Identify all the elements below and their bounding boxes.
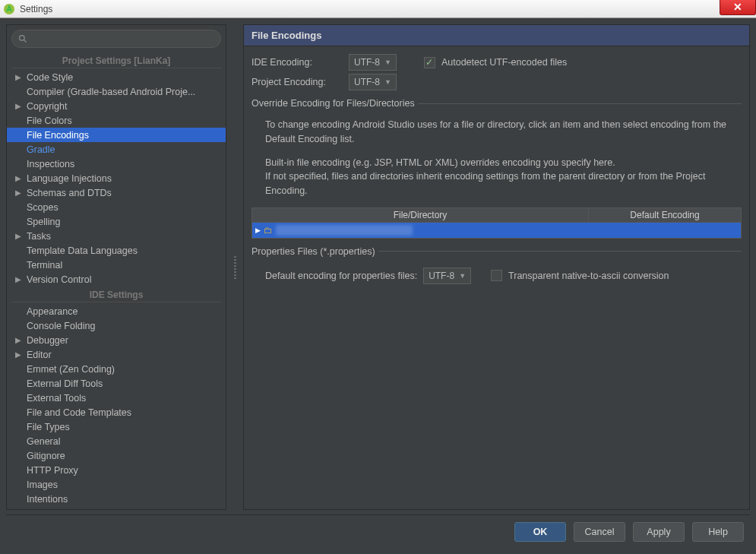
sidebar-item-label: Copyright bbox=[27, 101, 68, 112]
col-default-encoding[interactable]: Default Encoding bbox=[589, 208, 741, 222]
expand-arrow-icon: ▶ bbox=[13, 174, 24, 182]
sidebar-item-terminal[interactable]: Terminal bbox=[7, 258, 226, 272]
properties-encoding-label: Default encoding for properties files: bbox=[265, 271, 417, 281]
expand-arrow-icon: ▶ bbox=[13, 102, 24, 110]
ide-encoding-dropdown[interactable]: UTF-8 ▼ bbox=[349, 54, 397, 71]
transparent-label: Transparent native-to-ascii conversion bbox=[508, 271, 669, 281]
project-encoding-dropdown[interactable]: UTF-8 ▼ bbox=[349, 74, 397, 90]
panel-title: File Encodings bbox=[244, 25, 749, 46]
sidebar-item-http-proxy[interactable]: HTTP Proxy bbox=[7, 463, 226, 477]
table-row[interactable]: ▶ 🗀 bbox=[252, 223, 741, 238]
ide-encoding-label: IDE Encoding: bbox=[251, 57, 343, 68]
sidebar-item-label: File Types bbox=[27, 422, 70, 432]
properties-group: Properties Files (*.properties) Default … bbox=[251, 246, 742, 289]
settings-tree[interactable]: Project Settings [LianKa] ▶Code StyleCom… bbox=[7, 51, 226, 509]
table-header: File/Directory Default Encoding bbox=[252, 208, 741, 223]
ide-encoding-value: UTF-8 bbox=[354, 57, 380, 68]
sidebar-item-label: Version Control bbox=[27, 274, 91, 285]
sidebar-item-label: File Encodings bbox=[27, 130, 89, 141]
sidebar-item-spelling[interactable]: Spelling bbox=[7, 214, 226, 229]
sidebar-item-label: External Diff Tools bbox=[27, 378, 103, 389]
sidebar-item-inspections[interactable]: Inspections bbox=[7, 157, 226, 171]
sidebar-item-label: Emmet (Zen Coding) bbox=[27, 364, 115, 375]
sidebar-item-scopes[interactable]: Scopes bbox=[7, 200, 226, 214]
dialog-footer: OK Cancel Apply Help bbox=[6, 514, 750, 548]
sidebar-item-file-and-code-templates[interactable]: File and Code Templates bbox=[7, 405, 226, 419]
sidebar-item-appearance[interactable]: Appearance bbox=[7, 304, 226, 318]
window-body: Project Settings [LianKa] ▶Code StyleCom… bbox=[0, 18, 756, 554]
help-text-1: To change encoding Android Studio uses f… bbox=[251, 115, 742, 150]
sidebar-item-label: Console Folding bbox=[27, 321, 95, 331]
sidebar-item-external-diff-tools[interactable]: External Diff Tools bbox=[7, 376, 226, 391]
transparent-checkbox[interactable] bbox=[491, 270, 502, 281]
override-group: Override Encoding for Files/Directories … bbox=[251, 98, 742, 239]
sidebar-item-language-injections[interactable]: ▶Language Injections bbox=[7, 171, 226, 185]
sidebar-item-intentions[interactable]: Intentions bbox=[7, 492, 226, 506]
sidebar-item-general[interactable]: General bbox=[7, 434, 226, 448]
sidebar-item-label: Schemas and DTDs bbox=[27, 188, 112, 198]
search-box[interactable] bbox=[11, 30, 221, 48]
sidebar-item-label: Tasks bbox=[27, 231, 51, 242]
sidebar-item-label: File and Code Templates bbox=[27, 407, 131, 418]
chevron-down-icon: ▼ bbox=[459, 272, 466, 280]
properties-encoding-value: UTF-8 bbox=[429, 271, 454, 281]
sidebar-item-label: HTTP Proxy bbox=[27, 465, 78, 476]
sidebar-item-template-data-languages[interactable]: Template Data Languages bbox=[7, 243, 226, 258]
sidebar-item-file-types[interactable]: File Types bbox=[7, 419, 226, 434]
expand-arrow-icon: ▶ bbox=[13, 73, 24, 81]
close-button[interactable]: ✕ bbox=[720, 0, 756, 15]
expand-arrow-icon: ▶ bbox=[13, 336, 24, 344]
sidebar-item-console-folding[interactable]: Console Folding bbox=[7, 318, 226, 333]
project-encoding-label: Project Encoding: bbox=[251, 77, 343, 87]
sidebar-item-label: File Colors bbox=[27, 116, 72, 126]
help-text-2: Built-in file encoding (e.g. JSP, HTML o… bbox=[265, 156, 728, 170]
sidebar-item-version-control[interactable]: ▶Version Control bbox=[7, 272, 226, 286]
search-icon bbox=[18, 34, 28, 44]
sidebar-item-label: External Tools bbox=[27, 393, 86, 404]
redacted-path bbox=[276, 225, 413, 236]
autodetect-checkbox[interactable] bbox=[424, 57, 435, 68]
sidebar-item-tasks[interactable]: ▶Tasks bbox=[7, 229, 226, 243]
sidebar-item-label: Appearance bbox=[27, 306, 77, 317]
content-panel: File Encodings IDE Encoding: UTF-8 ▼ Aut… bbox=[243, 24, 750, 510]
sidebar-item-debugger[interactable]: ▶Debugger bbox=[7, 333, 226, 347]
properties-legend: Properties Files (*.properties) bbox=[251, 246, 378, 257]
sidebar-item-compiler-gradle-based-android-proje[interactable]: Compiler (Gradle-based Android Proje... bbox=[7, 84, 226, 99]
sidebar-item-copyright[interactable]: ▶Copyright bbox=[7, 99, 226, 113]
ok-button[interactable]: OK bbox=[514, 522, 566, 542]
expand-arrow-icon: ▶ bbox=[13, 232, 24, 240]
splitter-handle[interactable] bbox=[232, 24, 237, 510]
cancel-button[interactable]: Cancel bbox=[574, 522, 625, 542]
section-ide-settings: IDE Settings bbox=[11, 286, 221, 302]
encoding-table[interactable]: File/Directory Default Encoding ▶ 🗀 bbox=[251, 207, 742, 239]
sidebar-item-gradle[interactable]: Gradle bbox=[7, 142, 226, 157]
chevron-down-icon: ▼ bbox=[384, 78, 391, 86]
properties-encoding-dropdown[interactable]: UTF-8 ▼ bbox=[423, 268, 471, 284]
sidebar-item-label: Editor bbox=[27, 350, 52, 360]
expand-arrow-icon[interactable]: ▶ bbox=[255, 226, 261, 234]
sidebar-item-file-encodings[interactable]: File Encodings bbox=[7, 128, 226, 142]
sidebar-item-label: Spelling bbox=[27, 217, 60, 227]
help-text-3: If not specified, files and directories … bbox=[265, 169, 728, 198]
sidebar-item-label: Code Style bbox=[27, 72, 73, 83]
sidebar-item-editor[interactable]: ▶Editor bbox=[7, 347, 226, 362]
sidebar-item-label: Images bbox=[27, 480, 58, 490]
settings-sidebar: Project Settings [LianKa] ▶Code StyleCom… bbox=[6, 24, 226, 510]
sidebar-item-label: Intentions bbox=[27, 494, 68, 505]
col-file-directory[interactable]: File/Directory bbox=[252, 208, 589, 222]
apply-button[interactable]: Apply bbox=[633, 522, 685, 542]
sidebar-item-external-tools[interactable]: External Tools bbox=[7, 391, 226, 405]
sidebar-item-images[interactable]: Images bbox=[7, 477, 226, 492]
section-project-settings: Project Settings [LianKa] bbox=[11, 52, 221, 68]
sidebar-item-label: General bbox=[27, 436, 60, 447]
sidebar-item-gitignore[interactable]: Gitignore bbox=[7, 448, 226, 463]
help-button[interactable]: Help bbox=[692, 522, 744, 542]
search-input[interactable] bbox=[33, 33, 214, 44]
sidebar-item-emmet-zen-coding[interactable]: Emmet (Zen Coding) bbox=[7, 362, 226, 376]
sidebar-item-code-style[interactable]: ▶Code Style bbox=[7, 70, 226, 84]
sidebar-item-schemas-and-dtds[interactable]: ▶Schemas and DTDs bbox=[7, 185, 226, 200]
sidebar-item-label: Debugger bbox=[27, 335, 68, 346]
sidebar-item-label: Gradle bbox=[27, 144, 55, 155]
sidebar-item-label: Language Injections bbox=[27, 173, 112, 184]
sidebar-item-file-colors[interactable]: File Colors bbox=[7, 113, 226, 128]
